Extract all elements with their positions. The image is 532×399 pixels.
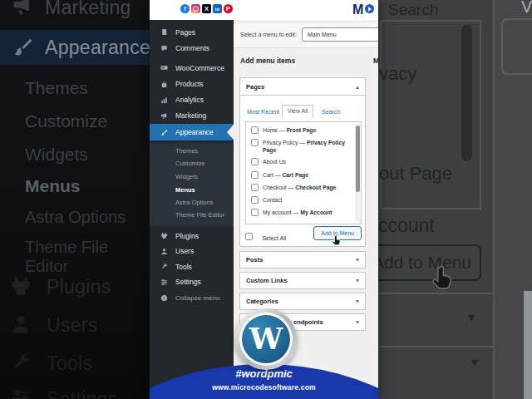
sidebar-item-tools[interactable]: Tools bbox=[150, 259, 234, 274]
woocommerce-icon bbox=[160, 64, 168, 71]
sidebar-item-users[interactable]: Users bbox=[150, 244, 234, 259]
caret-down-icon: ▾ bbox=[356, 318, 359, 326]
wrench-icon bbox=[160, 263, 168, 270]
collapse-arrow-icon bbox=[160, 294, 168, 302]
sidebar-item-plugins[interactable]: Plugins bbox=[150, 228, 234, 244]
sidebar-item-products[interactable]: Products bbox=[150, 76, 234, 92]
facebook-icon[interactable]: f bbox=[180, 4, 190, 13]
bar-chart-icon bbox=[160, 96, 168, 104]
sidebar-item-comments[interactable]: Comments bbox=[150, 41, 234, 57]
wordpress-logo-circle: W bbox=[242, 315, 290, 363]
submenu-item-menus[interactable]: Menus bbox=[175, 186, 195, 194]
custom-links-accordion[interactable]: Custom Links▾ bbox=[239, 272, 366, 289]
background-content: Search vacy out Page ccount Add to Menu … bbox=[378, 0, 532, 399]
bg-submenu-menus: Menus bbox=[25, 176, 81, 196]
bg-sidebar-item-marketing: Marketing bbox=[0, 0, 150, 27]
sliders-icon bbox=[10, 387, 32, 399]
page-item-checkout[interactable]: Checkout — Checkout Page bbox=[251, 184, 352, 192]
user-icon bbox=[160, 248, 168, 255]
x-icon[interactable]: X bbox=[202, 4, 211, 13]
menu-select-dropdown[interactable]: Main Menu bbox=[302, 27, 378, 42]
sidebar-item-marketing[interactable]: Marketing bbox=[150, 108, 234, 124]
page-item-contact[interactable]: Contact bbox=[251, 196, 352, 204]
submenu-item-widgets[interactable]: Widgets bbox=[175, 173, 198, 180]
wordpress-logo-ring: W bbox=[239, 313, 293, 366]
bg-caret-down-icon: ▾ bbox=[471, 354, 478, 370]
linkedin-icon[interactable]: in bbox=[213, 4, 222, 13]
checkbox[interactable] bbox=[251, 171, 259, 179]
megaphone-icon bbox=[160, 112, 168, 120]
bg-sidebar-item-appearance: Appearance bbox=[0, 30, 150, 65]
sidebar-item-woocommerce[interactable]: WooCommerce bbox=[150, 60, 234, 76]
tab-search[interactable]: Search bbox=[322, 109, 340, 115]
appearance-submenu: Themes Customize Widgets Menus Astra Opt… bbox=[150, 143, 234, 226]
bg-submenu-widgets: Widgets bbox=[25, 145, 88, 165]
select-all-checkbox[interactable] bbox=[245, 233, 253, 240]
megaphone-icon bbox=[12, 0, 33, 17]
wrench-icon bbox=[10, 352, 32, 373]
top-bar: f X in P M bbox=[150, 0, 378, 20]
bg-add-to-menu-button: Add to Menu bbox=[378, 244, 481, 281]
checkbox[interactable] bbox=[251, 196, 259, 204]
page-item-my-account[interactable]: My account — My Account bbox=[251, 209, 352, 217]
checkbox[interactable] bbox=[251, 209, 259, 216]
list-scrollbar[interactable] bbox=[355, 124, 360, 222]
sidebar-item-analytics[interactable]: Analytics bbox=[150, 92, 234, 108]
pages-accordion-header[interactable]: Pages ▴ bbox=[240, 78, 365, 96]
current-menu-arrow bbox=[227, 125, 234, 140]
website-text: www.microcodesoftware.com bbox=[150, 383, 378, 392]
plugin-icon bbox=[160, 232, 168, 239]
page-item-home[interactable]: Home — Front Page bbox=[251, 126, 352, 135]
scrollbar-thumb[interactable] bbox=[356, 126, 360, 192]
checkbox[interactable] bbox=[251, 184, 259, 191]
caret-up-icon: ▴ bbox=[356, 83, 359, 91]
select-all-row: Select All Add to Menu bbox=[245, 229, 362, 245]
sliders-icon bbox=[160, 278, 168, 286]
bg-search-tab: Search bbox=[388, 1, 438, 19]
wordpress-logo: W bbox=[235, 308, 297, 370]
select-all-label: Select All bbox=[262, 235, 286, 241]
submenu-item-theme-file-editor[interactable]: Theme File Editor bbox=[175, 211, 224, 219]
menu-select-bar: Select a menu to edit: Main Menu bbox=[234, 23, 378, 48]
bg-privacy-partial: vacy bbox=[379, 63, 416, 85]
bg-box-edge bbox=[501, 18, 532, 75]
pinterest-icon[interactable]: P bbox=[224, 4, 233, 13]
submenu-item-astra-options[interactable]: Astra Options bbox=[175, 199, 213, 206]
sidebar-item-appearance[interactable]: Appearance bbox=[150, 124, 234, 140]
clipped-heading: M bbox=[373, 57, 378, 65]
bg-submenu-themes: Themes bbox=[25, 78, 88, 98]
screenshot-frame: Marketing Appearance Themes Customize Wi… bbox=[0, 0, 532, 399]
bg-sidebar-item-plugins: Plugins bbox=[0, 273, 150, 301]
add-menu-items-heading: Add menu items bbox=[240, 57, 295, 65]
checkbox[interactable] bbox=[251, 158, 259, 165]
sidebar-item-pages[interactable]: Pages bbox=[150, 24, 234, 40]
sidebar-item-collapse-menu[interactable]: Collapse menu bbox=[150, 290, 234, 306]
tab-view-all[interactable]: View All bbox=[282, 105, 313, 118]
submenu-item-themes[interactable]: Themes bbox=[175, 147, 198, 155]
bg-submenu-theme-file-editor: Theme File Editor bbox=[25, 238, 150, 276]
instagram-icon[interactable] bbox=[191, 4, 200, 13]
pages-icon bbox=[160, 28, 168, 36]
submenu-item-customize[interactable]: Customize bbox=[175, 160, 204, 167]
bg-scrollbar-thumb bbox=[461, 25, 472, 161]
page-item-privacy-policy[interactable]: Privacy Policy — Privacy Policy Page bbox=[251, 139, 352, 154]
posts-accordion[interactable]: Posts▾ bbox=[239, 251, 366, 268]
bg-submenu-astra-options: Astra Options bbox=[25, 208, 126, 227]
brush-icon bbox=[160, 129, 168, 136]
caret-down-icon: ▾ bbox=[356, 277, 359, 284]
social-icons: f X in P bbox=[180, 4, 234, 13]
tab-most-recent[interactable]: Most Recent bbox=[247, 109, 279, 115]
checkbox[interactable] bbox=[251, 126, 259, 134]
instagram-lens bbox=[193, 6, 199, 12]
add-to-menu-button[interactable]: Add to Menu bbox=[313, 226, 362, 240]
page-item-about-us[interactable]: About Us bbox=[251, 158, 352, 166]
page-item-cart[interactable]: Cart — Cart Page bbox=[251, 171, 352, 180]
bg-accordion-border bbox=[378, 346, 493, 347]
caret-down-icon: ▾ bbox=[356, 298, 359, 305]
background-sidebar: Marketing Appearance Themes Customize Wi… bbox=[0, 0, 150, 399]
sidebar-item-settings[interactable]: Settings bbox=[150, 274, 234, 290]
bg-checkout-partial: out Page bbox=[379, 163, 452, 185]
categories-accordion[interactable]: Categories▾ bbox=[239, 293, 366, 310]
select-menu-label: Select a menu to edit: bbox=[240, 32, 297, 37]
checkbox[interactable] bbox=[251, 139, 259, 146]
